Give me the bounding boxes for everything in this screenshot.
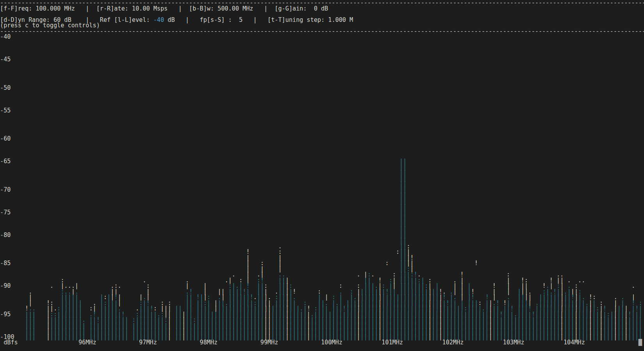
terminal-screen[interactable]: ----------------------------------------… — [0, 0, 644, 351]
spectrum-analyzer-app: ----------------------------------------… — [0, 0, 644, 351]
terminal-row — [0, 346, 644, 351]
